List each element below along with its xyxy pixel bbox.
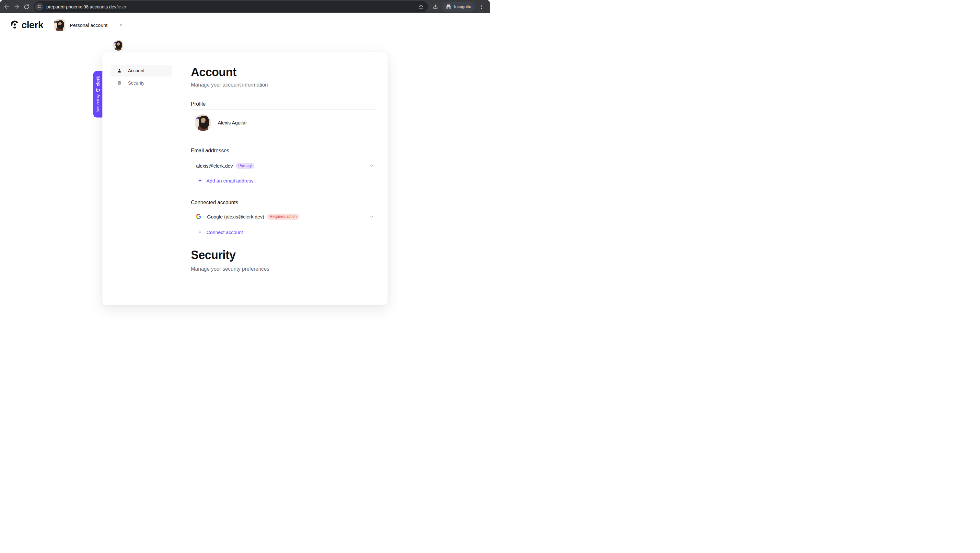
- account-switcher-label: Personal account: [70, 22, 108, 28]
- connected-account-label: Google (alexis@clerk.dev): [207, 214, 264, 220]
- sidebar-item-label: Security: [128, 80, 145, 86]
- incognito-label: Incognito: [454, 4, 471, 9]
- secured-by-clerk-badge[interactable]: Secured by clerk: [93, 71, 102, 117]
- security-page-title: Security: [191, 248, 377, 262]
- plus-icon: +: [197, 229, 202, 235]
- profile-name: Alexis Aguilar: [218, 120, 247, 126]
- primary-badge: Primary: [236, 163, 255, 169]
- google-icon: [196, 214, 201, 219]
- browser-menu-button[interactable]: [478, 3, 485, 11]
- connected-account-row[interactable]: Google (alexis@clerk.dev) Requires actio…: [191, 213, 377, 220]
- profile-sidebar: Account Security: [102, 52, 182, 89]
- connect-account-button[interactable]: + Connect account: [191, 228, 377, 236]
- bookmark-button[interactable]: [417, 3, 425, 11]
- back-button[interactable]: [3, 3, 10, 11]
- section-divider: [191, 156, 377, 156]
- profile-avatar: [195, 115, 211, 131]
- address-bar[interactable]: prepared-phoenix-98.accounts.dev/user: [34, 1, 428, 12]
- email-address: alexis@clerk.dev: [196, 163, 233, 169]
- plus-icon: +: [197, 177, 202, 184]
- clerk-logo: clerk: [10, 19, 43, 30]
- forward-button[interactable]: [13, 3, 21, 11]
- app-header: clerk Personal account: [0, 13, 490, 37]
- secured-by-label: Secured by: [96, 94, 100, 113]
- download-icon: [432, 3, 439, 10]
- account-page-subtitle: Manage your account information: [191, 82, 377, 88]
- site-settings-button[interactable]: [35, 3, 43, 11]
- profile-section-heading: Profile: [191, 101, 377, 107]
- chevron-up-down-icon: [119, 23, 123, 27]
- account-page-title: Account: [191, 65, 377, 79]
- sidebar-divider: [182, 52, 182, 276]
- kebab-menu-icon: [479, 4, 485, 10]
- reload-icon: [23, 3, 30, 10]
- add-email-button[interactable]: + Add an email address: [191, 177, 377, 185]
- add-email-label: Add an email address: [207, 178, 253, 183]
- clerk-badge-wordmark: clerk: [95, 76, 100, 86]
- forward-icon: [13, 3, 20, 10]
- user-menu-avatar[interactable]: [113, 40, 124, 51]
- security-page-subtitle: Manage your security preferences: [191, 266, 377, 272]
- clerk-wordmark: clerk: [21, 19, 43, 30]
- sidebar-item-security[interactable]: Security: [111, 77, 172, 89]
- connected-section-heading: Connected accounts: [191, 199, 377, 206]
- section-divider: [191, 109, 377, 110]
- tune-icon: [37, 4, 42, 9]
- chevron-down-icon[interactable]: [369, 214, 374, 219]
- account-switcher[interactable]: Personal account: [54, 19, 124, 31]
- clerk-logo-icon: [10, 20, 19, 30]
- back-icon: [3, 3, 10, 10]
- emails-section-heading: Email addresses: [191, 148, 377, 154]
- incognito-icon: [445, 4, 452, 10]
- sidebar-item-account[interactable]: Account: [111, 65, 172, 76]
- sidebar-item-label: Account: [128, 68, 145, 73]
- user-profile-card: Account Security Account Manage your acc…: [102, 52, 388, 276]
- url-domain: prepared-phoenix-98.accounts.dev: [46, 4, 116, 10]
- downloads-button[interactable]: [431, 3, 439, 11]
- chevron-down-icon[interactable]: [369, 163, 374, 168]
- url-text[interactable]: prepared-phoenix-98.accounts.dev/user: [46, 4, 127, 10]
- clerk-badge-icon: [95, 88, 100, 92]
- secured-by-clerk-badge-inner: Secured by clerk: [93, 71, 102, 117]
- shield-check-icon: [117, 80, 122, 86]
- user-icon: [117, 68, 122, 73]
- account-switcher-avatar: [54, 19, 65, 31]
- url-path: /user: [116, 4, 126, 10]
- reload-button[interactable]: [23, 3, 30, 11]
- requires-action-badge: Requires action: [267, 214, 299, 220]
- incognito-badge[interactable]: Incognito: [442, 2, 475, 12]
- browser-toolbar: prepared-phoenix-98.accounts.dev/user In…: [0, 0, 490, 13]
- email-row[interactable]: alexis@clerk.dev Primary: [191, 162, 377, 169]
- star-icon: [418, 4, 424, 10]
- connect-account-label: Connect account: [207, 229, 243, 235]
- profile-row: Alexis Aguilar: [191, 115, 377, 131]
- profile-content: Account Manage your account information …: [191, 52, 377, 272]
- section-divider: [191, 208, 377, 208]
